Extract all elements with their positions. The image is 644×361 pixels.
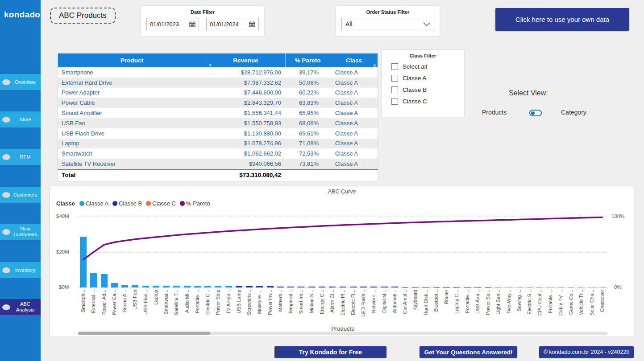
view-option-category[interactable]: Category	[561, 109, 586, 116]
table-row[interactable]: External Hard Drive$7.987.332,6250,06%Cl…	[58, 78, 378, 88]
bar[interactable]	[153, 286, 159, 287]
bar[interactable]	[267, 286, 274, 287]
bar[interactable]	[360, 287, 367, 287]
checkbox[interactable]	[391, 98, 398, 105]
bar[interactable]	[516, 287, 523, 287]
bar[interactable]	[464, 287, 471, 287]
table-row[interactable]: Power Cable$2.643.329,7063,83%Classe A	[58, 98, 378, 108]
bar[interactable]	[402, 287, 408, 287]
bar[interactable]	[423, 287, 429, 287]
chart-scrollbar-thumb[interactable]	[78, 332, 210, 335]
bar[interactable]	[308, 287, 315, 287]
bar[interactable]	[412, 287, 419, 287]
bar[interactable]	[132, 285, 138, 287]
bar[interactable]	[256, 286, 263, 287]
use-own-data-button[interactable]: Click here to use your own data	[495, 8, 629, 31]
bar[interactable]	[340, 287, 346, 287]
bar[interactable]	[225, 286, 232, 287]
table-row[interactable]: Satellite TV Receiver$940.066,5673,81%Cl…	[58, 159, 378, 169]
x-axis-label: Alarm Cl...	[329, 290, 335, 325]
bar[interactable]	[506, 287, 512, 287]
bar[interactable]	[121, 285, 128, 287]
class-filter-option-classe-b[interactable]: Classe B	[391, 86, 464, 93]
bar[interactable]	[111, 283, 118, 287]
sidebar-item-customers[interactable]: Customers	[0, 187, 41, 203]
bar[interactable]	[474, 287, 481, 287]
questions-button[interactable]: Get Your Questions Answered!	[420, 346, 517, 358]
legend-item-classe-b[interactable]: Classe B	[112, 200, 142, 207]
chart-horizontal-scrollbar[interactable]	[78, 332, 607, 335]
bar[interactable]	[370, 287, 377, 287]
bar[interactable]	[246, 286, 253, 287]
try-free-button[interactable]: Try Kondado for Free	[274, 346, 386, 358]
sidebar-item-abc-analysis[interactable]: ABC Analysis	[0, 299, 41, 315]
bar[interactable]	[142, 286, 149, 287]
bar[interactable]	[215, 286, 221, 287]
bar[interactable]	[433, 287, 440, 287]
sidebar-item-inventory[interactable]: Inventory	[0, 262, 41, 278]
bar[interactable]	[298, 287, 304, 287]
bar[interactable]	[204, 286, 211, 287]
bar[interactable]	[184, 286, 191, 287]
bar[interactable]	[329, 287, 336, 287]
checkbox[interactable]	[391, 63, 398, 70]
column-header-pareto[interactable]: % Pareto	[286, 53, 330, 67]
checkbox[interactable]	[391, 86, 398, 93]
table-row[interactable]: Sound Amplifier$1.556.341,4465,95%Classe…	[58, 108, 378, 118]
bar[interactable]	[526, 287, 533, 287]
legend-item-classe-a[interactable]: Classe A	[79, 200, 108, 207]
table-row[interactable]: Power Adapter$7.446.600,0060,22%Classe A	[58, 88, 378, 98]
table-row[interactable]: Laptop$1.078.274,9671,08%Classe A	[58, 139, 378, 149]
view-option-products[interactable]: Products	[482, 109, 507, 116]
bar[interactable]	[173, 286, 180, 287]
sidebar-item-store[interactable]: Store	[0, 111, 41, 127]
table-row[interactable]: Smartphone$28.712.976,0039,17%Classe A	[58, 67, 378, 78]
x-axis-label: Energy C...	[319, 290, 325, 325]
bar[interactable]	[101, 274, 108, 287]
table-row[interactable]: USB Fan$1.550.758,9368,06%Classe A	[58, 118, 378, 128]
bar[interactable]	[391, 287, 398, 287]
bar[interactable]	[277, 287, 284, 287]
bar[interactable]	[495, 287, 502, 287]
bar[interactable]	[319, 287, 325, 287]
bar[interactable]	[381, 287, 388, 287]
bar[interactable]	[568, 287, 574, 287]
bar[interactable]	[485, 287, 491, 287]
legend-item-classe-c[interactable]: Classe C	[146, 200, 176, 207]
bar[interactable]	[90, 273, 97, 287]
table-vertical-scrollbar[interactable]	[373, 64, 376, 67]
legend-item--pareto[interactable]: % Pareto	[180, 200, 210, 207]
column-header-product[interactable]: Product	[58, 53, 206, 67]
class-filter-option-classe-c[interactable]: Classe C	[391, 98, 464, 105]
start-date-input[interactable]: 01/01/2023	[146, 18, 199, 30]
bar[interactable]	[194, 286, 201, 287]
end-date-input[interactable]: 01/01/2024	[206, 18, 259, 30]
order-status-dropdown[interactable]: All	[341, 18, 434, 30]
view-toggle[interactable]	[529, 110, 542, 116]
table-row[interactable]: Smartwatch$1.062.662,0272,53%Classe A	[58, 148, 378, 159]
sidebar-item-new-customers[interactable]: New Customers	[0, 224, 41, 240]
bar[interactable]	[589, 287, 595, 287]
bar[interactable]	[287, 287, 294, 287]
column-header-revenue[interactable]: Revenue ▼	[206, 53, 286, 67]
bar[interactable]	[443, 287, 450, 287]
table-row[interactable]: USB Flash Drive$1.130.880,0069,61%Classe…	[58, 128, 378, 139]
class-filter-option-select-all[interactable]: Select all	[391, 63, 464, 70]
bar[interactable]	[578, 287, 585, 287]
bar[interactable]	[536, 287, 543, 287]
sort-descending-icon[interactable]: ▼	[208, 63, 212, 67]
sidebar-item-rfm[interactable]: RFM	[0, 149, 41, 165]
bar[interactable]	[236, 286, 242, 287]
bar[interactable]	[80, 237, 87, 287]
copyright-button[interactable]: © kondado.com.br 2024 - v240220	[539, 346, 634, 358]
sidebar-item-overview[interactable]: Overview	[0, 74, 41, 90]
bar[interactable]	[557, 287, 564, 287]
bar[interactable]	[453, 287, 460, 287]
bar[interactable]	[599, 287, 606, 287]
bar[interactable]	[547, 287, 554, 287]
bar[interactable]	[163, 286, 170, 287]
checkbox[interactable]	[391, 75, 398, 82]
bar[interactable]	[350, 287, 357, 287]
class-filter-option-classe-a[interactable]: Classe A	[391, 75, 464, 82]
column-header-class[interactable]: Class	[330, 53, 378, 67]
